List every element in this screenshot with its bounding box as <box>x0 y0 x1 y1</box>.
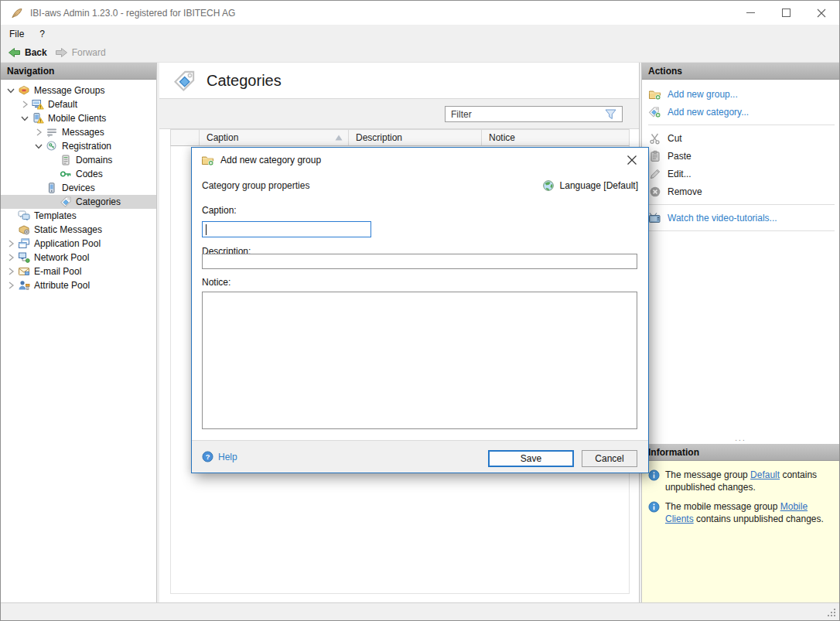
panel-splitter[interactable]: ... <box>642 436 839 444</box>
action-label: Edit... <box>668 169 691 179</box>
tree-item-templates[interactable]: Templates <box>1 209 156 223</box>
chevron-collapsed-icon[interactable] <box>5 279 17 292</box>
chevron-collapsed-icon[interactable] <box>5 251 17 264</box>
forward-button[interactable]: Forward <box>53 43 112 62</box>
messages-icon <box>45 126 58 138</box>
minimize-icon <box>746 9 755 17</box>
action-paste[interactable]: Paste <box>642 147 839 165</box>
svg-text:?: ? <box>206 453 210 461</box>
menu-file[interactable]: File <box>1 29 32 39</box>
description-input[interactable] <box>202 254 637 269</box>
filter-bar <box>159 98 639 129</box>
tree-item-devices[interactable]: Devices <box>1 181 156 195</box>
tree-item-network-pool[interactable]: Network Pool <box>1 251 156 264</box>
filter-funnel-icon[interactable] <box>605 109 619 120</box>
tree-item-mobile-clients[interactable]: Mobile Clients <box>1 111 156 125</box>
add-new-category-group-dialog: Add new category group Category group pr… <box>191 147 649 473</box>
maximize-button[interactable] <box>768 1 804 25</box>
action-cut[interactable]: Cut <box>642 129 839 147</box>
tree-item-registration[interactable]: Registration <box>1 139 156 153</box>
action-label: Paste <box>668 151 691 162</box>
navigation-header: Navigation <box>1 63 156 80</box>
main-header: Categories <box>159 63 639 98</box>
chevron-collapsed-icon[interactable] <box>5 237 17 250</box>
menubar: File ? <box>1 25 839 43</box>
notice-label: Notice: <box>202 277 230 288</box>
navigation-tree: Message GroupsDefaultMobile ClientsMessa… <box>1 80 156 292</box>
actions-separator <box>648 230 835 231</box>
chevron-expanded-icon[interactable] <box>32 140 45 152</box>
chevron-expanded-icon[interactable] <box>5 84 17 97</box>
tree-item-label: Attribute Pool <box>34 280 90 291</box>
menu-help[interactable]: ? <box>32 29 52 39</box>
remove-icon <box>648 186 661 198</box>
close-button[interactable] <box>804 1 839 25</box>
dialog-close-button[interactable] <box>622 151 642 169</box>
chevron-placeholder <box>46 168 59 180</box>
help-link[interactable]: ? Help <box>202 451 237 462</box>
resize-grip[interactable] <box>826 607 837 618</box>
notice-input[interactable] <box>202 292 637 429</box>
tree-item-static-messages[interactable]: Static Messages <box>1 223 156 237</box>
chevron-collapsed-icon[interactable] <box>19 98 31 111</box>
info-link-mobile-clients[interactable]: Mobile Clients <box>665 501 808 524</box>
back-arrow-icon <box>8 46 21 59</box>
add-category-icon <box>648 106 661 118</box>
column-caption-label: Caption <box>207 132 238 143</box>
action-add-new-group[interactable]: Add new group... <box>642 85 839 103</box>
tree-item-application-pool[interactable]: Application Pool <box>1 237 156 251</box>
chevron-collapsed-icon[interactable] <box>32 126 45 138</box>
titlebar[interactable]: IBI-aws Admin 1.23.0 - registered for IB… <box>1 1 839 25</box>
tree-item-label: Network Pool <box>34 252 89 263</box>
tree-item-attribute-pool[interactable]: Attribute Pool <box>1 278 156 292</box>
action-remove[interactable]: Remove <box>642 183 839 200</box>
tree-item-messages[interactable]: Messages <box>1 125 156 139</box>
minimize-button[interactable] <box>732 1 768 25</box>
cut-icon <box>648 132 661 145</box>
tree-item-e-mail-pool[interactable]: E-mail Pool <box>1 264 156 278</box>
save-button[interactable]: Save <box>488 450 574 467</box>
dialog-titlebar[interactable]: Add new category group <box>192 148 648 171</box>
devices-icon <box>45 182 58 194</box>
chevron-collapsed-icon[interactable] <box>5 265 17 278</box>
caption-input[interactable] <box>202 221 371 237</box>
tree-item-label: Codes <box>76 169 103 179</box>
info-item: The mobile message group Mobile Clients … <box>648 500 835 525</box>
info-link-default[interactable]: Default <box>750 469 780 480</box>
action-watch-the-video-tutorials[interactable]: Watch the video-tutorials... <box>642 209 839 227</box>
actions-panel-space <box>642 235 839 436</box>
column-description-label: Description <box>356 132 402 143</box>
chevron-expanded-icon[interactable] <box>19 112 31 125</box>
tree-item-categories[interactable]: Categories <box>1 195 156 209</box>
action-label: Add new category... <box>668 107 749 118</box>
tree-item-label: Mobile Clients <box>48 113 106 124</box>
chevron-placeholder <box>32 182 45 194</box>
filter-input[interactable] <box>446 109 605 120</box>
action-label: Remove <box>668 186 702 197</box>
caption-label: Caption: <box>202 205 237 216</box>
language-selector[interactable]: Language [Default] <box>542 179 638 192</box>
tree-item-label: Templates <box>34 210 77 221</box>
tree-item-message-groups[interactable]: Message Groups <box>1 84 156 97</box>
filter-box[interactable] <box>445 106 623 122</box>
column-row-selector[interactable] <box>171 130 200 145</box>
right-panel: Actions Add new group...Add new category… <box>641 63 839 602</box>
back-button[interactable]: Back <box>6 43 53 62</box>
application-pool-icon <box>17 237 30 250</box>
column-caption[interactable]: Caption <box>200 130 349 145</box>
action-add-new-category[interactable]: Add new category... <box>642 103 839 121</box>
chevron-placeholder <box>5 210 17 222</box>
tree-item-domains[interactable]: Domains <box>1 153 156 167</box>
column-description[interactable]: Description <box>349 130 482 145</box>
action-label: Cut <box>668 133 682 144</box>
tree-item-label: Domains <box>76 155 112 165</box>
information-header: Information <box>642 444 839 461</box>
maximize-icon <box>782 9 790 17</box>
paste-icon <box>648 150 661 162</box>
column-notice[interactable]: Notice <box>482 130 629 145</box>
tree-item-default[interactable]: Default <box>1 97 156 111</box>
tree-item-codes[interactable]: Codes <box>1 167 156 181</box>
help-label: Help <box>218 452 237 462</box>
action-edit[interactable]: Edit... <box>642 165 839 183</box>
cancel-button[interactable]: Cancel <box>582 450 637 467</box>
